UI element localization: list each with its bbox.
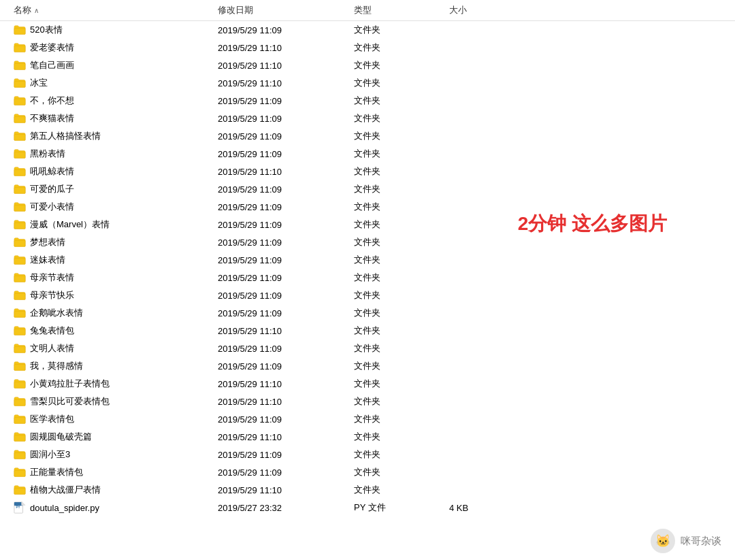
file-date-cell: 2019/5/29 11:09: [218, 96, 354, 106]
folder-icon: [14, 42, 26, 53]
file-type-cell: 文件夹: [354, 307, 449, 319]
file-date-cell: 2019/5/29 11:09: [218, 114, 354, 124]
table-row[interactable]: 可爱的瓜子2019/5/29 11:09文件夹: [0, 180, 735, 198]
table-row[interactable]: 母亲节表情2019/5/29 11:09文件夹: [0, 269, 735, 286]
svg-rect-16: [14, 311, 25, 317]
file-name-cell: 冰宝: [0, 77, 218, 89]
folder-icon: [14, 60, 26, 71]
file-name-cell: 可爱小表情: [0, 201, 218, 213]
table-row[interactable]: 我，莫得感情2019/5/29 11:09文件夹: [0, 357, 735, 375]
file-date-cell: 2019/5/29 11:09: [218, 220, 354, 230]
file-type-cell: 文件夹: [354, 148, 449, 160]
file-name-cell: 母亲节表情: [0, 271, 218, 284]
folder-icon: [14, 237, 26, 248]
table-row[interactable]: PY doutula_spider.py2019/5/27 23:32PY 文件…: [0, 499, 735, 516]
file-date-cell: 2019/5/29 11:10: [218, 432, 354, 442]
file-type-cell: 文件夹: [354, 271, 449, 284]
table-row[interactable]: 笔自己画画2019/5/29 11:10文件夹: [0, 56, 735, 74]
file-date-cell: 2019/5/29 11:09: [218, 25, 354, 35]
python-file-icon: PY: [14, 501, 26, 514]
folder-icon: [14, 219, 26, 230]
file-name-text: 爱老婆表情: [30, 42, 74, 54]
file-type-cell: 文件夹: [354, 360, 449, 372]
file-type-cell: 文件夹: [354, 431, 449, 443]
file-type-cell: 文件夹: [354, 466, 449, 478]
table-row[interactable]: 文明人表情2019/5/29 11:09文件夹: [0, 340, 735, 357]
svg-rect-0: [14, 28, 25, 34]
svg-rect-24: [14, 452, 25, 459]
svg-rect-9: [14, 187, 25, 193]
file-date-cell: 2019/5/29 11:09: [218, 291, 354, 301]
file-name-text: 笔自己画画: [30, 59, 74, 71]
svg-rect-21: [14, 399, 25, 406]
table-row[interactable]: 医学表情包2019/5/29 11:09文件夹: [0, 410, 735, 428]
table-row[interactable]: 冰宝2019/5/29 11:10文件夹: [0, 74, 735, 92]
watermark-icon: 🐱: [651, 529, 675, 553]
table-row[interactable]: 正能量表情包2019/5/29 11:09文件夹: [0, 463, 735, 481]
table-row[interactable]: 雪梨贝比可爱表情包2019/5/29 11:10文件夹: [0, 393, 735, 410]
table-row[interactable]: 植物大战僵尸表情2019/5/29 11:10文件夹: [0, 481, 735, 499]
svg-rect-25: [14, 470, 25, 476]
table-row[interactable]: 不爽猫表情2019/5/29 11:09文件夹: [0, 110, 735, 127]
file-date-cell: 2019/5/29 11:10: [218, 485, 354, 495]
file-date-cell: 2019/5/29 11:10: [218, 167, 354, 177]
folder-icon: [14, 484, 26, 495]
file-name-cell: 黑粉表情: [0, 148, 218, 160]
file-date-cell: 2019/5/29 11:09: [218, 273, 354, 283]
watermark-label: 咪哥杂谈: [681, 535, 721, 548]
file-type-cell: 文件夹: [354, 342, 449, 355]
file-name-text: 黑粉表情: [30, 148, 65, 160]
file-type-cell: 文件夹: [354, 24, 449, 36]
header-type-col[interactable]: 类型: [354, 4, 449, 16]
table-row[interactable]: 企鹅呲水表情2019/5/29 11:09文件夹: [0, 304, 735, 322]
table-row[interactable]: 兔兔表情包2019/5/29 11:10文件夹: [0, 322, 735, 340]
table-row[interactable]: 520表情2019/5/29 11:09文件夹: [0, 21, 735, 39]
table-row[interactable]: 母亲节快乐2019/5/29 11:09文件夹: [0, 286, 735, 304]
header-name-label: 名称: [14, 4, 31, 16]
table-row[interactable]: 吼吼鲸表情2019/5/29 11:10文件夹: [0, 163, 735, 180]
file-name-cell: PY doutula_spider.py: [0, 501, 218, 514]
table-row[interactable]: 黑粉表情2019/5/29 11:09文件夹: [0, 145, 735, 163]
file-name-cell: 笔自己画画: [0, 59, 218, 71]
svg-rect-23: [14, 435, 25, 441]
table-row[interactable]: 圆规圆龟破壳篇2019/5/29 11:10文件夹: [0, 428, 735, 446]
file-name-cell: 圆润小至3: [0, 448, 218, 461]
file-name-text: 母亲节快乐: [30, 289, 74, 301]
file-explorer: 名称 ∧ 修改日期 类型 大小 520表情2019/5/29 11:09文件夹 …: [0, 0, 735, 560]
svg-rect-20: [14, 382, 25, 388]
svg-rect-13: [14, 258, 25, 264]
file-name-cell: 医学表情包: [0, 413, 218, 425]
header-date-col[interactable]: 修改日期: [218, 4, 354, 16]
folder-icon: [14, 449, 26, 460]
header-size-col[interactable]: 大小: [449, 4, 531, 16]
file-date-cell: 2019/5/29 11:09: [218, 308, 354, 318]
file-type-cell: 文件夹: [354, 289, 449, 301]
file-name-text: 母亲节表情: [30, 271, 74, 284]
header-size-label: 大小: [449, 5, 467, 15]
file-date-cell: 2019/5/29 11:09: [218, 149, 354, 159]
table-row[interactable]: 圆润小至32019/5/29 11:09文件夹: [0, 446, 735, 463]
table-row[interactable]: 小黄鸡拉肚子表情包2019/5/29 11:10文件夹: [0, 375, 735, 393]
sort-arrow-icon: ∧: [34, 7, 39, 14]
table-row[interactable]: 第五人格搞怪表情2019/5/29 11:09文件夹: [0, 127, 735, 145]
folder-icon: [14, 78, 26, 88]
table-row[interactable]: 迷妹表情2019/5/29 11:09文件夹: [0, 251, 735, 269]
file-name-text: doutula_spider.py: [30, 503, 99, 513]
table-row[interactable]: 不，你不想2019/5/29 11:09文件夹: [0, 92, 735, 110]
folder-icon: [14, 113, 26, 124]
file-type-cell: 文件夹: [354, 236, 449, 248]
file-name-cell: 雪梨贝比可爱表情包: [0, 395, 218, 408]
file-name-text: 冰宝: [30, 77, 48, 89]
table-row[interactable]: 爱老婆表情2019/5/29 11:10文件夹: [0, 39, 735, 56]
folder-icon: [14, 361, 26, 372]
svg-rect-10: [14, 205, 25, 211]
header-name-col[interactable]: 名称 ∧: [0, 4, 218, 16]
folder-icon: [14, 254, 26, 265]
file-name-text: 520表情: [30, 24, 63, 36]
file-date-cell: 2019/5/29 11:09: [218, 414, 354, 425]
folder-icon: [14, 343, 26, 354]
file-name-cell: 梦想表情: [0, 236, 218, 248]
file-date-cell: 2019/5/29 11:09: [218, 237, 354, 248]
folder-icon: [14, 272, 26, 283]
file-name-text: 雪梨贝比可爱表情包: [30, 395, 110, 408]
